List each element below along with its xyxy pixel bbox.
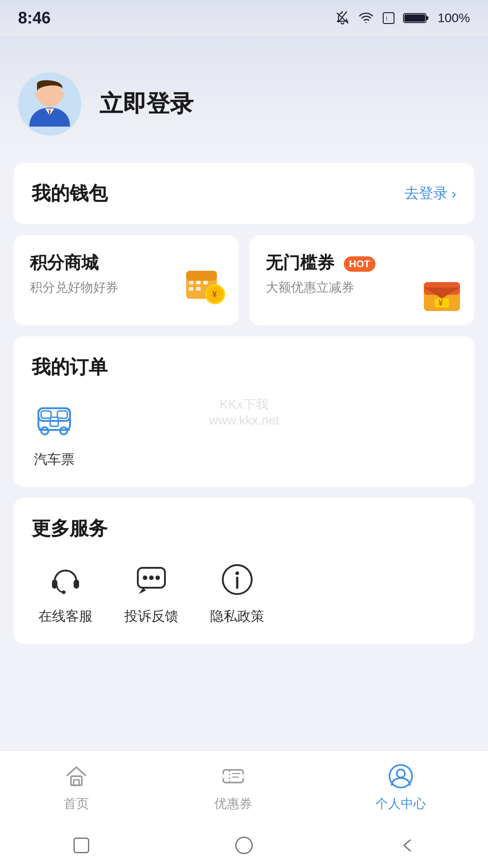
svg-point-36: [149, 576, 154, 580]
svg-text:¥: ¥: [438, 298, 443, 307]
info-icon: [217, 559, 258, 600]
svg-rect-4: [404, 14, 425, 22]
profile-nav-icon: [386, 762, 415, 791]
battery-percentage: 100%: [437, 11, 470, 25]
headphone-icon: [45, 559, 86, 600]
svg-rect-42: [74, 780, 79, 785]
sim-icon: !: [381, 11, 396, 25]
sys-nav-bar: [0, 823, 488, 868]
coupon-card[interactable]: 无门槛券 HOT 大额优惠立减券 ¥: [249, 235, 474, 326]
services-card: 更多服务: [14, 498, 474, 644]
svg-rect-51: [74, 838, 89, 853]
svg-point-44: [221, 774, 225, 778]
orders-title: 我的订单: [32, 354, 456, 380]
nav-profile-label: 个人中心: [375, 795, 426, 812]
svg-point-33: [62, 590, 66, 594]
svg-rect-24: [41, 411, 51, 418]
svg-rect-13: [189, 287, 193, 291]
svg-point-6: [35, 92, 39, 98]
back-button[interactable]: [391, 830, 422, 861]
svg-rect-3: [426, 16, 428, 20]
svg-point-50: [397, 769, 405, 778]
bus-icon: [32, 398, 77, 443]
svg-rect-10: [189, 281, 193, 284]
home-icon: [62, 762, 91, 791]
svg-point-7: [60, 92, 65, 98]
svg-point-35: [143, 576, 147, 580]
privacy-label: 隐私政策: [210, 607, 264, 626]
svg-rect-12: [203, 281, 208, 284]
main-content: 我的钱包 去登录 › 积分商城 积分兑好物好券: [0, 163, 488, 781]
svg-rect-11: [196, 281, 201, 284]
nav-item-profile[interactable]: 个人中心: [375, 762, 426, 812]
status-icons: ! 100%: [334, 10, 470, 26]
hot-badge: HOT: [344, 256, 375, 272]
svg-point-39: [235, 571, 239, 575]
bell-mute-icon: [334, 10, 351, 26]
svg-rect-25: [57, 411, 67, 418]
status-time: 8:46: [18, 9, 51, 28]
svg-rect-9: [186, 271, 217, 281]
svg-point-49: [389, 765, 412, 788]
wallet-login-link[interactable]: 去登录 ›: [404, 184, 456, 203]
service-item-cs[interactable]: 在线客服: [32, 559, 99, 626]
profile-header[interactable]: 立即登录: [0, 36, 488, 163]
svg-rect-14: [196, 287, 201, 291]
svg-rect-23: [38, 408, 70, 421]
points-shop-card[interactable]: 积分商城 积分兑好物好券 ¥: [14, 235, 239, 326]
nav-item-home[interactable]: 首页: [62, 762, 91, 812]
services-title: 更多服务: [32, 516, 456, 541]
svg-text:!: !: [386, 16, 387, 22]
bottom-nav: 首页 优惠券 个人中心: [0, 750, 488, 823]
bus-ticket-label: 汽车票: [34, 450, 75, 469]
svg-rect-0: [383, 13, 394, 24]
battery-icon: [403, 11, 430, 25]
orders-card: 我的订单 KKx下我 www.kkx.net: [14, 336, 474, 487]
svg-point-37: [155, 576, 160, 580]
status-bar: 8:46 ! 100%: [0, 0, 488, 36]
service-items: 在线客服 投诉反馈: [32, 559, 456, 626]
login-prompt[interactable]: 立即登录: [99, 88, 193, 120]
nav-coupon-label: 优惠券: [214, 795, 252, 812]
points-shop-icon: ¥: [183, 262, 228, 316]
nav-item-coupon[interactable]: 优惠券: [214, 762, 252, 812]
svg-rect-43: [223, 770, 243, 783]
wallet-title: 我的钱包: [32, 181, 108, 206]
svg-text:¥: ¥: [212, 290, 217, 299]
service-item-privacy[interactable]: 隐私政策: [203, 559, 271, 626]
coupon-icon: ¥: [420, 271, 464, 316]
recent-apps-button[interactable]: [66, 830, 97, 861]
order-item-bus[interactable]: 汽车票: [32, 398, 77, 469]
nav-home-label: 首页: [64, 795, 89, 812]
svg-rect-32: [74, 580, 79, 589]
svg-rect-31: [52, 580, 57, 589]
avatar-image: [25, 77, 75, 131]
wallet-card[interactable]: 我的钱包 去登录 ›: [14, 163, 474, 224]
svg-point-45: [241, 774, 245, 778]
system-home-button[interactable]: [228, 830, 260, 861]
complaint-label: 投诉反馈: [124, 607, 178, 626]
wifi-icon: [358, 10, 374, 26]
chat-icon: [131, 559, 172, 600]
svg-rect-41: [71, 776, 82, 785]
svg-point-52: [236, 837, 252, 854]
cs-label: 在线客服: [38, 607, 93, 626]
service-item-complaint[interactable]: 投诉反馈: [117, 559, 185, 626]
promo-cards: 积分商城 积分兑好物好券 ¥: [14, 235, 474, 326]
avatar[interactable]: [18, 72, 81, 136]
coupon-nav-icon: [219, 762, 248, 791]
order-items: 汽车票: [32, 398, 456, 469]
